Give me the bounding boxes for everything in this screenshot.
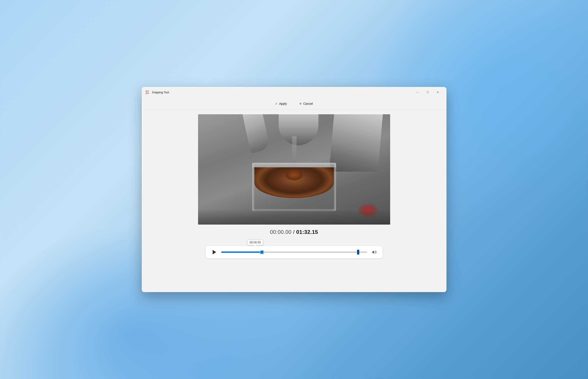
app-title: Snipping Tool — [152, 91, 169, 94]
coffee-grounds — [254, 167, 334, 198]
minimize-button[interactable]: ─ — [412, 89, 423, 96]
volume-button[interactable] — [370, 248, 378, 256]
scrubber-progress — [221, 252, 262, 253]
play-button[interactable] — [210, 248, 218, 256]
volume-icon — [372, 250, 376, 254]
cancel-label: Cancel — [303, 102, 313, 105]
window-controls: ─ ☐ ✕ — [412, 89, 443, 96]
scrubber-tooltip-container: 00:26.55 — [206, 239, 382, 245]
trim-thumb-right[interactable] — [357, 250, 359, 254]
total-time: 01:32.15 — [296, 229, 318, 235]
time-separator: / — [293, 229, 296, 235]
video-content — [198, 114, 390, 225]
scrubber-thumb[interactable] — [260, 250, 264, 254]
glass-left — [252, 163, 254, 211]
controls-row — [206, 246, 382, 258]
dark-bottom — [198, 209, 390, 225]
content-area: 00:00.00 / 01:32.15 00:26.55 — [142, 110, 446, 292]
video-frame — [198, 114, 390, 225]
apply-icon: ✓ — [275, 102, 278, 105]
glass-rim — [252, 163, 336, 167]
grounds-mound — [285, 169, 303, 180]
left-spout — [242, 114, 270, 153]
snipping-tool-window: Snipping Tool ─ ☐ ✕ ✓ Apply ✕ Cancel — [142, 87, 446, 292]
right-machine — [329, 114, 383, 172]
basket-area — [252, 163, 336, 211]
scrubber-tooltip: 00:26.55 — [247, 239, 263, 245]
current-time: 00:00.00 — [270, 229, 291, 235]
time-display: 00:00.00 / 01:32.15 — [270, 229, 318, 235]
player-controls: 00:26.55 — [206, 239, 382, 258]
apply-button[interactable]: ✓ Apply — [272, 100, 290, 107]
apply-label: Apply — [279, 102, 287, 105]
app-icon — [145, 90, 150, 95]
center-portafilter — [279, 114, 319, 145]
cancel-button[interactable]: ✕ Cancel — [296, 100, 316, 107]
play-icon — [213, 250, 216, 254]
scrubber-track[interactable] — [221, 252, 367, 253]
title-bar: Snipping Tool ─ ☐ ✕ — [142, 87, 446, 97]
glass-right — [334, 163, 336, 211]
close-button[interactable]: ✕ — [433, 89, 443, 96]
title-bar-left: Snipping Tool — [145, 90, 169, 95]
maximize-button[interactable]: ☐ — [423, 89, 433, 96]
toolbar: ✓ Apply ✕ Cancel — [142, 97, 446, 110]
cancel-icon: ✕ — [299, 102, 302, 105]
